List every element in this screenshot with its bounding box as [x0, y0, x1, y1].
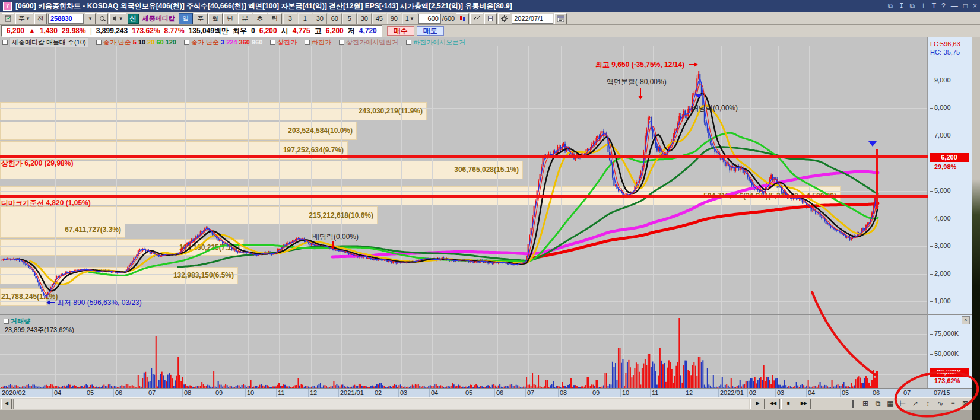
wave-tool-icon[interactable]: ∿	[934, 399, 946, 409]
minute-preset-1[interactable]: 1	[298, 13, 312, 24]
date-label: 02	[375, 389, 382, 396]
minute-preset-0[interactable]: 3	[283, 13, 297, 24]
region-select-icon[interactable]: ▦	[884, 399, 896, 409]
current-price-pct: 29,98%	[934, 163, 956, 170]
prev-stock-button[interactable]: 전	[34, 13, 47, 24]
period-button-분[interactable]: 분	[238, 13, 252, 24]
date-label: 09	[215, 389, 223, 396]
candle-icon	[459, 15, 466, 22]
stock-type-select[interactable]: 주▼	[15, 13, 33, 24]
price-axis-panel[interactable]: LC:596,63 HC:-35,75 6,200 29,98% × 23,89…	[928, 37, 972, 388]
volume-checkbox[interactable]	[4, 319, 9, 324]
bar-count-input[interactable]: 600	[418, 14, 441, 24]
help-icon[interactable]: ?	[941, 2, 946, 10]
svg-text:배당락(0,00%): 배당락(0,00%)	[312, 233, 359, 241]
new-window-icon[interactable]: ⧉	[910, 2, 915, 10]
date-label: 2021/01	[340, 389, 364, 396]
replay-speed-slider[interactable]	[814, 400, 854, 408]
minute-preset-6[interactable]: 45	[372, 13, 386, 24]
interval-select[interactable]: 1▼	[402, 13, 417, 24]
save-icon	[487, 15, 494, 22]
best-value: 0	[251, 27, 255, 35]
line-style-button[interactable]	[470, 13, 483, 24]
period-button-초[interactable]: 초	[253, 13, 267, 24]
period-button-월[interactable]: 월	[208, 13, 223, 24]
minute-preset-4[interactable]: 5	[342, 13, 357, 24]
settings-button[interactable]	[498, 13, 510, 24]
date-input[interactable]: 2022/07/1	[512, 14, 553, 24]
axis-tick-label: 9,000	[934, 77, 951, 84]
svg-text:배당락(0,00%): 배당락(0,00%)	[692, 104, 738, 112]
stock-code-input[interactable]: 258830	[48, 14, 84, 24]
date-label: 2022/01	[720, 389, 744, 396]
period-button-주[interactable]: 주	[194, 13, 208, 24]
chart-plot-area[interactable]: 243,030,219(11.9%)203,524,584(10.0%)197,…	[0, 37, 928, 388]
date-label: 11	[652, 389, 658, 396]
period-button-일[interactable]: 일	[179, 13, 193, 24]
legend-ma-long[interactable]: 종가 단순3224360960	[184, 38, 262, 47]
close-icon[interactable]: ×	[973, 2, 977, 10]
search-button[interactable]	[97, 13, 108, 24]
chart-mode-icon[interactable]	[2, 13, 14, 24]
save-button[interactable]	[484, 13, 497, 24]
minute-preset-7[interactable]: 90	[387, 13, 401, 24]
legend-flag-2[interactable]: 상한가에서밀린거	[339, 38, 398, 47]
download-icon[interactable]: ↧	[899, 2, 905, 10]
legend-flag-1[interactable]: 하한가	[305, 38, 331, 47]
candle-style-button[interactable]	[456, 13, 469, 24]
legend-flag-3[interactable]: 하한가에서오른거	[406, 38, 465, 47]
axis-tick-label: 75,000K	[934, 330, 959, 337]
date-label: 03	[400, 389, 407, 396]
high-label: 고	[315, 26, 322, 36]
pan-window-icon[interactable]: ⊞	[860, 399, 871, 409]
date-label: 04	[431, 389, 438, 396]
minute-preset-3[interactable]: 60	[328, 13, 342, 24]
current-price: 6,200	[7, 27, 24, 35]
open-price: 4,775	[293, 27, 310, 35]
trend-updown-icon[interactable]: ↕	[922, 399, 934, 409]
period-button-년[interactable]: 년	[223, 13, 237, 24]
title-bar[interactable]: 7 [0600] 키움종합차트 - KOSDAQ 외국인보유[406(천)] 주…	[0, 0, 980, 12]
replay-button-2[interactable]: ■	[781, 399, 795, 409]
legend-volume-profile[interactable]: 세종메디칼 매물대 수(10)	[2, 37, 88, 47]
replay-button-0[interactable]: ▶	[750, 399, 765, 409]
legend-flag-0[interactable]: 상한가	[270, 38, 297, 47]
buy-button[interactable]: 매수	[387, 26, 414, 36]
calendar-button[interactable]	[554, 13, 567, 24]
fib-tool-icon[interactable]: ≡	[947, 399, 959, 409]
trendline-icon[interactable]: ⊢	[897, 399, 909, 409]
replay-button-3[interactable]: ▶▶	[797, 399, 811, 409]
indicator-legend: 세종메디칼 매물대 수(10)종가 단순5102060120종가 단순32243…	[2, 37, 465, 47]
code-dropdown-button[interactable]: ▼	[85, 13, 96, 24]
minimize-icon[interactable]: ―	[951, 2, 958, 10]
volume-pane-close-icon[interactable]: ×	[962, 316, 970, 324]
sound-button[interactable]: ▼	[109, 13, 126, 24]
copy-window-icon[interactable]: ⧉	[888, 2, 893, 10]
date-label: 10	[622, 389, 629, 396]
window-controls: ⧉↧⧉⊥T?―□×	[888, 2, 977, 10]
bottom-toolbar: ◀ ▶◀◀■▶▶ ⊞⧉▦⊢↗↕∿≡⊠−+A	[0, 397, 972, 410]
stock-name-label: 세종메디칼	[140, 14, 177, 23]
duplicate-window-icon[interactable]: ⧉	[872, 399, 884, 409]
date-axis[interactable]: 2020/020405060708091011122021/0102030405…	[0, 388, 972, 397]
svg-text:액면분할(-80,00%): 액면분할(-80,00%)	[607, 78, 667, 86]
replay-button-1[interactable]: ◀◀	[766, 399, 780, 409]
trend-up-icon[interactable]: ↗	[909, 399, 921, 409]
volume-legend[interactable]: 거래량	[4, 317, 30, 326]
sell-button[interactable]: 매도	[417, 26, 444, 36]
minute-preset-5[interactable]: 30	[357, 13, 372, 24]
font-icon[interactable]: T	[932, 2, 936, 10]
pin-icon[interactable]: ⊥	[920, 2, 926, 10]
capture-icon[interactable]: ⊠	[959, 399, 971, 409]
period-button-틱[interactable]: 틱	[268, 13, 282, 24]
lc-value: LC:596,63	[930, 40, 960, 47]
svg-text:디마크기준선 4,820 (1,05%): 디마크기준선 4,820 (1,05%)	[1, 199, 91, 207]
axis-tick-label: 8,000	[934, 104, 951, 111]
legend-ma-short[interactable]: 종가 단순5102060120	[96, 38, 176, 47]
date-label: 06	[873, 389, 880, 396]
horizontal-scrollbar[interactable]	[13, 399, 749, 409]
maximize-icon[interactable]: □	[963, 2, 968, 10]
scroll-left-button[interactable]: ◀	[1, 399, 12, 409]
minute-preset-2[interactable]: 30	[313, 13, 327, 24]
price-info-panel: 6,200 ▲ 1,430 29.98% | 3,899,243 173.62%…	[1, 25, 382, 37]
